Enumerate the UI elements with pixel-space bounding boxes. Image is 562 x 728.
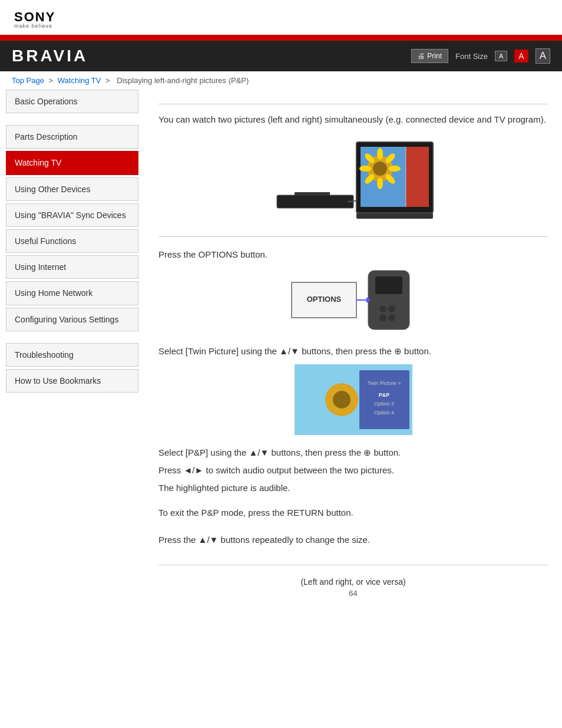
font-small-button[interactable]: A [495, 51, 507, 61]
breadcrumb-sep1: > [49, 76, 54, 85]
toolbar-right: 🖨 Print Font Size A A A [411, 48, 550, 64]
svg-point-21 [379, 305, 386, 312]
sidebar-item-how-to-use-bookmarks[interactable]: How to Use Bookmarks [6, 369, 138, 393]
svg-text:Option 3: Option 3 [373, 401, 394, 407]
svg-text:OPTIONS: OPTIONS [306, 295, 341, 304]
step3b-text: Press ◄/► to switch audio output between… [158, 463, 548, 477]
svg-point-7 [377, 148, 383, 160]
twin-picture-illustration: Twin Picture » P&P Option 3 Option 4 [295, 364, 412, 435]
sony-header: SONY make.believe [0, 0, 562, 35]
svg-point-11 [377, 177, 383, 189]
twin-picture-container: Twin Picture » P&P Option 3 Option 4 [158, 364, 548, 435]
breadcrumb-current: Displaying left-and-right pictures (P&P) [117, 76, 249, 85]
svg-point-29 [333, 391, 351, 409]
step3-section: Select [P&P] using the ▲/▼ buttons, then… [158, 446, 548, 495]
divider-1 [158, 236, 548, 237]
bravia-toolbar: BRAVIA 🖨 Print Font Size A A A [0, 41, 562, 71]
sidebar-item-configuring-settings[interactable]: Configuring Various Settings [6, 308, 138, 331]
main-layout: Basic Operations Parts Description Watch… [0, 90, 562, 612]
page-number: 64 [158, 589, 548, 598]
breadcrumb-top-page[interactable]: Top Page [12, 76, 44, 85]
svg-text:P&P: P&P [378, 392, 389, 398]
sidebar-item-useful-functions[interactable]: Useful Functions [6, 229, 138, 253]
svg-point-9 [389, 166, 401, 172]
svg-rect-0 [277, 195, 353, 208]
footer-note: (Left and right, or vice versa) [158, 577, 548, 587]
svg-rect-15 [406, 147, 429, 207]
sidebar-item-using-bravia-sync[interactable]: Using "BRAVIA" Sync Devices [6, 203, 138, 227]
svg-point-6 [373, 162, 387, 176]
sidebar-item-using-home-network[interactable]: Using Home Network [6, 281, 138, 305]
sidebar-item-basic-operations[interactable]: Basic Operations [6, 90, 138, 113]
sidebar-spacer2 [6, 334, 138, 343]
svg-rect-20 [375, 276, 402, 294]
print-icon: 🖨 [418, 52, 425, 60]
svg-point-24 [388, 314, 395, 321]
svg-rect-2 [356, 213, 433, 219]
print-button[interactable]: 🖨 Print [411, 49, 448, 63]
sony-tagline: make.believe [14, 24, 548, 29]
svg-rect-30 [359, 370, 409, 429]
sidebar-item-parts-description[interactable]: Parts Description [6, 125, 138, 149]
svg-point-23 [379, 314, 386, 321]
svg-point-22 [388, 305, 395, 312]
font-large-button[interactable]: A [535, 48, 550, 64]
breadcrumb-sep2: > [105, 76, 110, 85]
step1-text: Press the OPTIONS button. [158, 248, 548, 262]
red-accent-bar [0, 35, 562, 41]
intro-text: You can watch two pictures (left and rig… [158, 113, 548, 127]
svg-point-13 [359, 166, 371, 172]
sony-brand: SONY [14, 11, 548, 24]
font-size-label: Font Size [455, 52, 488, 61]
step3a-text: Select [P&P] using the ▲/▼ buttons, then… [158, 446, 548, 460]
options-image-container: OPTIONS [158, 268, 548, 332]
step2-text: Select [Twin Picture] using the ▲/▼ butt… [158, 344, 548, 358]
content-area: You can watch two pictures (left and rig… [144, 90, 562, 612]
exit-text: To exit the P&P mode, press the RETURN b… [158, 506, 548, 520]
sidebar: Basic Operations Parts Description Watch… [0, 90, 144, 612]
sidebar-item-using-internet[interactable]: Using Internet [6, 255, 138, 279]
font-medium-button[interactable]: A [514, 50, 528, 62]
svg-rect-1 [295, 192, 330, 196]
divider-bottom [158, 565, 548, 565]
size-text: Press the ▲/▼ buttons repeatedly to chan… [158, 533, 548, 547]
sidebar-item-using-other-devices[interactable]: Using Other Devices [6, 177, 138, 201]
sidebar-item-watching-tv[interactable]: Watching TV [6, 151, 138, 174]
divider-top [158, 104, 548, 104]
step1-section: Press the OPTIONS button. OPTIONS [158, 248, 548, 332]
tv-image-container [158, 136, 548, 225]
sony-logo: SONY make.believe [14, 11, 548, 29]
svg-text:Option 4: Option 4 [373, 410, 394, 416]
tv-illustration [265, 136, 442, 225]
sidebar-spacer1 [6, 116, 138, 125]
sidebar-item-troubleshooting[interactable]: Troubleshooting [6, 343, 138, 367]
breadcrumb-watching-tv[interactable]: Watching TV [58, 76, 101, 85]
breadcrumb: Top Page > Watching TV > Displaying left… [0, 71, 562, 90]
options-illustration: OPTIONS [289, 268, 418, 332]
svg-text:Twin Picture »: Twin Picture » [367, 380, 401, 386]
step3c-text: The highlighted picture is audible. [158, 481, 548, 495]
step2-section: Select [Twin Picture] using the ▲/▼ butt… [158, 344, 548, 435]
bravia-title: BRAVIA [12, 47, 88, 65]
